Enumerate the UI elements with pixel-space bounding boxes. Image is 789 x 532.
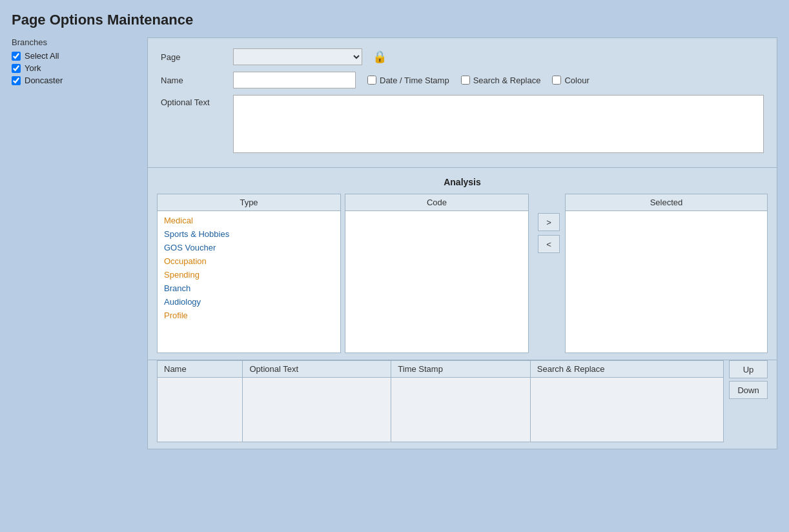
branch-checkbox-doncaster[interactable] — [12, 76, 21, 85]
page-row: Page 🔒 — [161, 48, 764, 65]
branch-item-york: York — [12, 63, 141, 73]
cell-search-replace — [530, 378, 723, 442]
type-item-occupation[interactable]: Occupation — [158, 254, 340, 268]
branch-label-doncaster: Doncaster — [25, 76, 63, 85]
bottom-table: Name Optional Text Time Stamp Search & R… — [157, 360, 724, 442]
move-buttons: > < — [533, 194, 565, 253]
branch-checkbox-select-all[interactable] — [12, 52, 21, 61]
type-list: Medical Sports & Hobbies GOS Voucher Occ… — [157, 211, 341, 353]
type-item-audiology[interactable]: Audiology — [158, 295, 340, 309]
page-title: Page Options Maintenance — [12, 12, 777, 28]
selected-list[interactable] — [565, 211, 768, 353]
up-down-buttons: Up Down — [729, 360, 768, 399]
type-item-profile[interactable]: Profile — [158, 309, 340, 322]
selected-header: Selected — [565, 194, 768, 211]
left-panel: Branches Select All York Doncaster — [12, 37, 147, 449]
branches-label: Branches — [12, 37, 141, 47]
branch-label-york: York — [25, 63, 41, 73]
form-section: Page 🔒 Name Date / Time Stamp — [147, 37, 777, 168]
cell-optional-text — [243, 378, 391, 442]
branch-item-select-all: Select All — [12, 51, 141, 61]
analysis-section: Analysis Type Medical Sports & Hobbies G… — [147, 168, 777, 360]
colour-text: Colour — [564, 76, 589, 85]
checkbox-group: Date / Time Stamp Search & Replace Colou… — [367, 76, 589, 85]
page-field-label: Page — [161, 52, 225, 62]
optional-text-label: Optional Text — [161, 95, 225, 107]
search-replace-text: Search & Replace — [473, 76, 541, 85]
type-item-branch[interactable]: Branch — [158, 281, 340, 295]
code-column: Code — [345, 194, 529, 353]
optional-text-textarea[interactable] — [233, 95, 764, 153]
colour-checkbox[interactable] — [552, 76, 561, 85]
type-item-spending[interactable]: Spending — [158, 268, 340, 281]
type-header: Type — [157, 194, 341, 211]
name-field-label: Name — [161, 76, 225, 85]
branch-item-doncaster: Doncaster — [12, 76, 141, 85]
col-header-time-stamp: Time Stamp — [391, 361, 530, 378]
move-left-button[interactable]: < — [538, 235, 560, 253]
col-header-search-replace: Search & Replace — [530, 361, 723, 378]
code-list[interactable] — [345, 211, 529, 353]
table-row-empty — [158, 378, 724, 442]
type-item-sports-hobbies[interactable]: Sports & Hobbies — [158, 227, 340, 241]
type-item-medical[interactable]: Medical — [158, 214, 340, 227]
search-replace-checkbox[interactable] — [461, 76, 470, 85]
branch-checkbox-york[interactable] — [12, 64, 21, 73]
date-time-stamp-checkbox[interactable] — [367, 76, 376, 85]
main-container: Page Options Maintenance Branches Select… — [0, 0, 789, 532]
branch-label-select-all: Select All — [25, 51, 59, 61]
col-header-optional-text: Optional Text — [243, 361, 391, 378]
selected-column: Selected — [565, 194, 768, 353]
colour-label: Colour — [552, 76, 589, 85]
page-select[interactable] — [233, 48, 362, 65]
right-panel: Page 🔒 Name Date / Time Stamp — [147, 37, 777, 449]
analysis-title: Analysis — [157, 177, 768, 187]
lock-icon[interactable]: 🔒 — [373, 50, 387, 64]
down-button[interactable]: Down — [729, 381, 768, 399]
col-header-name: Name — [158, 361, 243, 378]
cell-time-stamp — [391, 378, 530, 442]
type-column: Type Medical Sports & Hobbies GOS Vouche… — [157, 194, 341, 353]
code-header: Code — [345, 194, 529, 211]
optional-text-row: Optional Text — [161, 95, 764, 153]
move-right-button[interactable]: > — [538, 213, 560, 231]
content-area: Branches Select All York Doncaster Page — [12, 37, 777, 449]
cell-name — [158, 378, 243, 442]
name-input[interactable] — [233, 72, 356, 88]
up-button[interactable]: Up — [729, 360, 768, 378]
bottom-table-section: Name Optional Text Time Stamp Search & R… — [147, 360, 777, 449]
analysis-grid: Type Medical Sports & Hobbies GOS Vouche… — [157, 194, 768, 353]
type-item-gos-voucher[interactable]: GOS Voucher — [158, 241, 340, 254]
search-replace-label: Search & Replace — [461, 76, 541, 85]
date-time-stamp-label: Date / Time Stamp — [367, 76, 449, 85]
name-row: Name Date / Time Stamp Search & Replace — [161, 72, 764, 88]
date-time-stamp-text: Date / Time Stamp — [380, 76, 449, 85]
